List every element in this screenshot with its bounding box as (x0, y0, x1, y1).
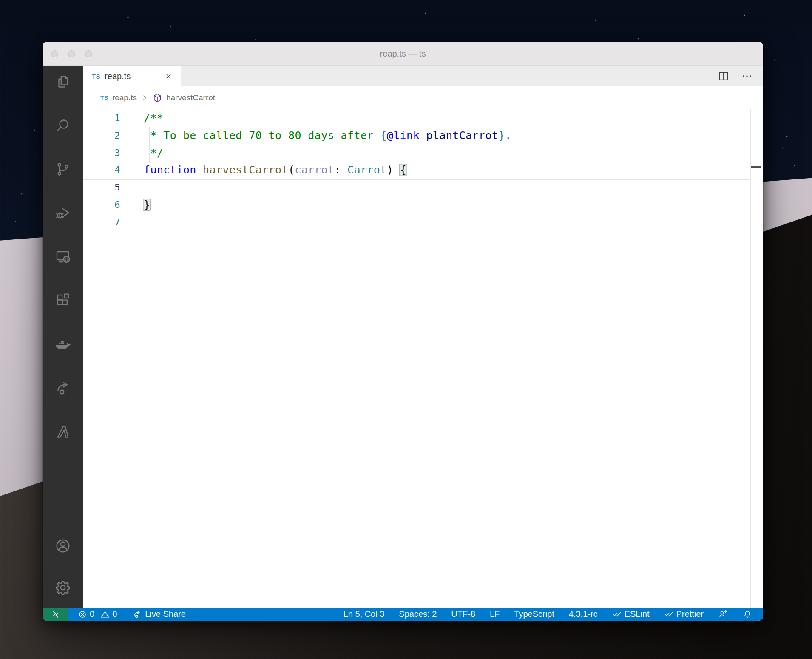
activity-item-settings[interactable] (54, 578, 72, 597)
code-text: function harvestCarrot(carrot: Carrot) { (120, 162, 406, 179)
cursor-position-status[interactable]: Ln 5, Col 3 (344, 609, 385, 619)
wallpaper-stars (0, 0, 1, 1)
warning-icon (100, 610, 110, 619)
code-text: * To be called 70 to 80 days after {@lin… (120, 127, 511, 145)
line-number[interactable]: 5 (83, 179, 120, 196)
editor-actions (717, 66, 763, 86)
code-line-current[interactable]: 5 (83, 179, 750, 196)
prettier-status[interactable]: Prettier (664, 609, 704, 619)
line-number[interactable]: 1 (83, 110, 120, 127)
code-text: /** (120, 110, 163, 127)
line-number[interactable]: 6 (83, 196, 120, 214)
activity-item-run-and-debug[interactable] (54, 204, 72, 222)
error-icon (78, 610, 87, 619)
docker-icon (54, 335, 72, 353)
breadcrumb-symbol[interactable]: harvestCarrot (166, 93, 215, 102)
code-line[interactable]: 3 */ (83, 145, 750, 162)
encoding-status[interactable]: UTF-8 (451, 609, 475, 619)
line-number[interactable]: 4 (83, 162, 120, 179)
line-number[interactable]: 7 (83, 214, 120, 231)
code-text: */ (120, 145, 163, 162)
tab-label: reap.ts (105, 71, 131, 81)
code-text (120, 179, 144, 196)
more-actions-icon[interactable] (741, 70, 753, 82)
indentation-status[interactable]: Spaces: 2 (399, 609, 437, 619)
tab-reap-ts[interactable]: TS reap.ts (83, 66, 181, 86)
error-count: 0 (90, 609, 94, 619)
window-title: reap.ts — ts (380, 49, 426, 59)
warning-count: 0 (112, 609, 117, 619)
accounts-icon (54, 537, 72, 555)
tab-bar: TS reap.ts (83, 66, 763, 86)
breadcrumb: TS reap.ts harvestCarrot (83, 86, 763, 109)
activity-item-docker[interactable] (54, 335, 72, 354)
activity-item-accounts[interactable] (54, 537, 72, 555)
activity-item-source-control[interactable] (54, 160, 72, 179)
activity-item-live-share[interactable] (54, 379, 72, 398)
source-control-icon (54, 161, 71, 178)
notifications-button[interactable] (743, 610, 752, 619)
code-line[interactable]: 7 (83, 214, 750, 231)
code-line[interactable]: 2 * To be called 70 to 80 days after {@l… (83, 127, 750, 145)
extensions-icon (54, 292, 71, 309)
live-share-status[interactable]: Live Share (132, 609, 186, 619)
indent-guide (149, 145, 150, 162)
activity-item-explorer[interactable] (54, 72, 72, 91)
symbol-cube-icon (152, 93, 162, 103)
code-line[interactable]: 4function harvestCarrot(carrot: Carrot) … (83, 162, 750, 179)
double-check-icon (664, 610, 673, 619)
search-icon (54, 117, 71, 134)
typescript-version-status[interactable]: 4.3.1-rc (569, 609, 598, 619)
code-text: } (120, 196, 150, 214)
split-editor-icon[interactable] (717, 70, 730, 82)
close-window-button[interactable] (51, 50, 58, 57)
code-area[interactable]: 1/**2 * To be called 70 to 80 days after… (83, 109, 763, 608)
typescript-file-icon: TS (92, 73, 100, 80)
remote-icon (51, 609, 61, 619)
activity-item-azure[interactable] (54, 423, 72, 441)
breadcrumb-file[interactable]: reap.ts (112, 93, 137, 102)
line-number[interactable]: 3 (83, 145, 120, 162)
double-check-icon (612, 610, 622, 619)
eslint-status[interactable]: ESLint (612, 609, 650, 619)
eol-status[interactable]: LF (490, 609, 500, 619)
settings-icon (54, 579, 72, 597)
language-mode-status[interactable]: TypeScript (514, 609, 554, 619)
close-tab-icon[interactable] (163, 71, 174, 82)
minimize-window-button[interactable] (68, 50, 75, 57)
code-editor[interactable]: 1/**2 * To be called 70 to 80 days after… (83, 109, 763, 608)
traffic-lights (51, 50, 92, 57)
code-line[interactable]: 1/** (83, 110, 750, 127)
activity-bar (43, 66, 83, 608)
zoom-window-button[interactable] (85, 50, 92, 57)
feedback-button[interactable] (718, 609, 728, 619)
activity-item-extensions[interactable] (54, 291, 72, 310)
bell-icon (743, 610, 752, 619)
chevron-right-icon (141, 94, 148, 102)
code-line[interactable]: 6} (83, 196, 750, 214)
code-text (120, 214, 144, 231)
title-bar[interactable]: reap.ts — ts (43, 42, 763, 66)
live-share-label: Live Share (145, 609, 186, 619)
remote-explorer-icon (54, 248, 71, 265)
run-and-debug-icon (54, 205, 71, 222)
azure-icon (54, 423, 71, 440)
typescript-file-icon: TS (100, 94, 108, 101)
indent-guide (149, 127, 150, 145)
remote-indicator[interactable] (43, 608, 68, 621)
status-bar: 0 0 Live Share Ln 5, Col 3 Spaces: 2 (43, 608, 763, 621)
feedback-person-icon (718, 609, 728, 619)
line-number[interactable]: 2 (83, 127, 120, 145)
explorer-icon (54, 73, 71, 90)
problems-status[interactable]: 0 0 (78, 609, 120, 619)
live-share-icon (54, 380, 71, 397)
vscode-window: reap.ts — ts TS reap.ts (43, 42, 763, 621)
activity-item-remote-explorer[interactable] (54, 247, 72, 266)
activity-item-search[interactable] (54, 116, 72, 135)
live-share-icon (132, 609, 142, 619)
